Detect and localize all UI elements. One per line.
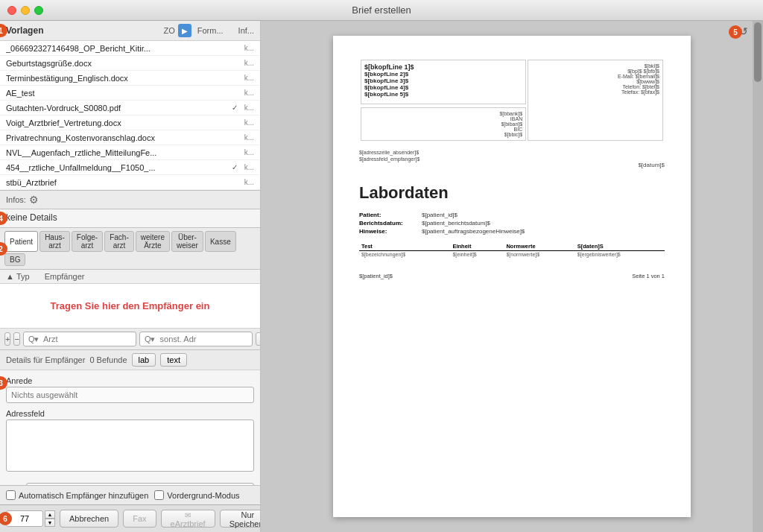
abbrechen-button[interactable]: Abbrechen: [60, 510, 118, 528]
bkopfline2: $[bkopfLine 2]$: [364, 71, 522, 77]
zo-button[interactable]: ▶: [178, 24, 191, 37]
tab-facharzt[interactable]: Fach-arzt: [104, 231, 134, 252]
arzt-search-input[interactable]: [23, 332, 136, 346]
berichtsdatum-label: Berichtsdatum:: [359, 220, 419, 227]
letter-title: Labordaten: [359, 183, 665, 203]
auto-label: Automatisch Empfänger hinzufügen: [19, 491, 148, 500]
list-item[interactable]: stbü_Arztbrief k...: [0, 175, 260, 190]
tab-hausarzt[interactable]: Haus-arzt: [39, 231, 70, 252]
search-row: + − Fam.: [0, 329, 260, 350]
anrede-label: Anrede: [6, 376, 254, 385]
adressfeld-textarea[interactable]: [6, 419, 254, 472]
auto-checkbox-label[interactable]: Automatisch Empfänger hinzufügen: [6, 490, 148, 500]
page-num-area: ▲ ▼ 6: [6, 510, 55, 527]
hinweise-label: Hinweise:: [359, 228, 419, 235]
letter-fields: Patient: $[patient_id]$ Berichtsdatum: $…: [359, 212, 665, 235]
list-item[interactable]: Terminbestätigung_Englisch.docx k...: [0, 71, 260, 86]
main-content: 1 Vorlagen ZO ▶ Form... Inf... _06669232…: [0, 21, 763, 532]
footer-page: Seite 1 von 1: [632, 273, 665, 279]
tab-folgearzt[interactable]: Folge-arzt: [72, 231, 103, 252]
fax-input[interactable]: [26, 483, 254, 485]
cell-normwerte: $[normwerte]$: [504, 251, 574, 259]
stepper-down[interactable]: ▼: [45, 519, 55, 527]
list-item[interactable]: Gutachten-Vordruck_S0080.pdf ✓ k...: [0, 101, 260, 115]
sonst-search-input[interactable]: [139, 332, 253, 346]
badge-5: 5: [729, 25, 742, 39]
templates-section: 1 Vorlagen ZO ▶ Form... Inf... _06669232…: [0, 21, 260, 191]
list-item[interactable]: _066692327146498_OP_Bericht_Kitir... k..…: [0, 41, 260, 56]
befunde-row: Details für Empfänger 0 Befunde lab text: [0, 350, 260, 370]
bkopfline1: $[bkopfLine 1]$: [364, 63, 522, 71]
tab-kasse[interactable]: Kasse: [205, 231, 236, 252]
letter-page: $[bkopfLine 1]$ $[bkopfLine 2]$ $[bkopfL…: [333, 36, 691, 517]
list-item[interactable]: AE_test k...: [0, 86, 260, 101]
fax-button[interactable]: Fax: [123, 510, 156, 528]
bkopfline5: $[bkopfLine 5]$: [364, 91, 522, 98]
gear-icon[interactable]: ⚙: [29, 194, 39, 206]
tab-patient[interactable]: Patient: [4, 231, 38, 252]
text-button[interactable]: text: [160, 353, 187, 367]
empfanger-label: Empfänger: [45, 272, 85, 281]
right-panel: 5 ↺ $[bkopfLine 1]$ $[bkopfLine 2]$ $[bk…: [261, 21, 763, 532]
footer-patient: $[patient_id]$: [359, 273, 393, 279]
tab-bg[interactable]: BG: [4, 253, 25, 266]
col-form: Form...: [197, 26, 224, 35]
vordergrund-checkbox[interactable]: [154, 490, 164, 500]
remove-button[interactable]: −: [13, 332, 19, 346]
table-row: $[bezeichnungen]$ $[einheit]$ $[normwert…: [359, 251, 665, 259]
maximize-button[interactable]: [34, 6, 43, 15]
templates-title: Vorlagen: [6, 25, 163, 36]
close-button[interactable]: [7, 6, 16, 15]
list-item[interactable]: 454__rztliche_Unfallmeldung__F1050_... ✓…: [0, 160, 260, 175]
template-list: _066692327146498_OP_Bericht_Kitir... k..…: [0, 41, 260, 190]
bank-info: $[bbank]$ IBAN $[biban]$ BIC $[bbic]$: [361, 107, 526, 141]
infos-label: Infos:: [6, 195, 26, 204]
letter-date: $[datum]$: [359, 162, 665, 168]
letter-header-table: $[bkopfLine 1]$ $[bkopfLine 2]$ $[bkopfL…: [359, 58, 665, 142]
list-item[interactable]: NVL__Augenfach_rztliche_MitteilungFe... …: [0, 145, 260, 160]
berichtsdatum-value: $[patient_berichtsdatum]$: [422, 220, 490, 227]
auto-checkbox[interactable]: [6, 490, 16, 500]
preview-area[interactable]: $[bkopfLine 1]$ $[bkopfLine 2]$ $[bkopfL…: [261, 21, 763, 532]
letter-data-table: Test Einheit Normwerte S[daten]S $[bezei…: [359, 242, 665, 258]
scrollbar[interactable]: [753, 21, 763, 532]
doctor-tabs-section: 2 Patient Haus-arzt Folge-arzt Fach-arzt…: [0, 228, 260, 270]
col-test: Test: [359, 242, 450, 251]
col-inf: Inf...: [238, 26, 254, 35]
letter-footer: $[patient_id]$ Seite 1 von 1: [359, 273, 665, 279]
col-daten: S[daten]S: [575, 242, 665, 251]
zo-area: ZO ▶: [163, 24, 191, 37]
minimize-button[interactable]: [21, 6, 30, 15]
bottom-bar: Automatisch Empfänger hinzufügen Vorderg…: [0, 485, 260, 504]
cell-ergebnis: $[ergebniswerter]$: [575, 251, 665, 259]
list-item[interactable]: Voigt_Arztbrief_Vertretung.docx k...: [0, 115, 260, 130]
earztbrief-button[interactable]: ✉ eArztbrief: [161, 510, 215, 528]
lab-button[interactable]: lab: [132, 353, 156, 367]
templates-header: 1 Vorlagen ZO ▶ Form... Inf...: [0, 21, 260, 41]
tab-weitere[interactable]: weitereÄrzte: [136, 231, 170, 252]
letter-header-left: $[bkopfLine 1]$ $[bkopfLine 2]$ $[bkopfL…: [361, 60, 526, 141]
recipient-area: Tragen Sie hier den Empfänger ein: [0, 284, 260, 329]
befunde-count: 0 Befunde: [89, 355, 127, 364]
list-item[interactable]: Geburtstagsgrüße.docx k...: [0, 56, 260, 71]
vordergrund-checkbox-label[interactable]: Vordergrund-Modus: [154, 490, 239, 500]
stepper-up[interactable]: ▲: [45, 510, 55, 519]
anrede-input[interactable]: [6, 387, 254, 403]
details-fur-empfanger-label: Details für Empfänger: [6, 355, 85, 364]
scrollbar-thumb: [754, 22, 762, 82]
tab-uberweiser[interactable]: Über-weiser: [171, 231, 203, 252]
details-section: 3 Anrede Adressfeld Fax:: [0, 370, 260, 485]
col-normwerte: Normwerte: [504, 242, 574, 251]
add-button[interactable]: +: [4, 332, 10, 346]
typ-label: ▲ Typ: [6, 272, 30, 281]
keine-details-label: keine Details: [6, 212, 57, 223]
window-title: Brief erstellen: [352, 4, 411, 16]
vordergrund-label: Vordergrund-Modus: [167, 491, 239, 500]
nur-speichern-button[interactable]: Nur Speichern: [220, 510, 261, 528]
fam-button[interactable]: Fam.: [256, 332, 261, 346]
arrow-icon: ▲: [6, 272, 14, 281]
titlebar: Brief erstellen: [0, 0, 763, 21]
address-empfanger: $[adressfeld_empfanger]$: [359, 156, 665, 162]
adressfeld-label: Adressfeld: [6, 409, 254, 418]
list-item[interactable]: Privatrechnung_Kostenvoranschlag.docx k.…: [0, 130, 260, 145]
